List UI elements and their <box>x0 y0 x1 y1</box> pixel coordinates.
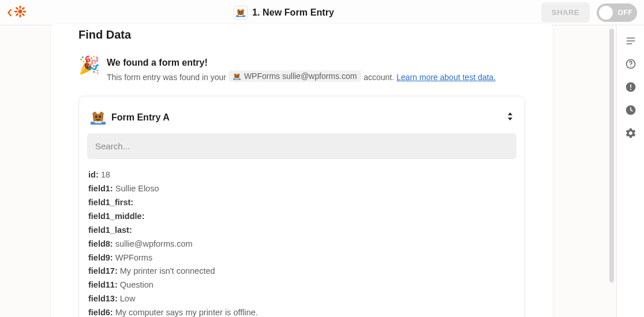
field-key: field1_last: <box>88 225 132 235</box>
right-rail <box>616 25 644 317</box>
field-value: Low <box>118 294 136 303</box>
found-subtext: This form entry was found in your WPForm… <box>107 70 496 82</box>
entry-card: Form Entry A id: 18field1: Sullie Elosof… <box>78 96 525 317</box>
field-key: field17: <box>88 266 118 276</box>
publish-toggle[interactable]: OFF <box>597 3 637 22</box>
field-key: id: <box>88 170 99 179</box>
field-value: 18 <box>99 170 110 179</box>
outline-icon[interactable] <box>624 35 637 47</box>
field-value: Sullie Eloso <box>113 184 159 193</box>
field-value: WPForms <box>113 253 152 262</box>
field-value: sullie@wpforms.com <box>113 239 193 248</box>
party-popper-icon: 🎉 <box>78 56 100 74</box>
field-row: field9: WPForms <box>88 251 515 265</box>
field-row: field17: My printer isn't connected <box>88 265 515 278</box>
found-prefix: This form entry was found in your <box>107 73 229 82</box>
zapier-logo-icon <box>14 5 27 20</box>
field-key: field11: <box>88 280 118 289</box>
step-title: 1. New Form Entry <box>27 6 541 20</box>
settings-icon[interactable] <box>624 127 637 139</box>
section-title: Find Data <box>78 24 525 41</box>
field-row: field6: My computer says my printer is o… <box>88 306 515 317</box>
field-row: field1: Sullie Eloso <box>88 182 515 196</box>
wpforms-app-icon <box>234 6 248 20</box>
chevron-left-icon <box>7 9 13 17</box>
search-input[interactable] <box>87 133 516 159</box>
found-suffix: account. <box>364 73 396 82</box>
svg-rect-18 <box>630 84 631 88</box>
wpforms-fox-icon <box>233 73 241 80</box>
share-button[interactable]: SHARE <box>541 2 590 22</box>
toggle-knob <box>599 6 613 20</box>
toggle-state: OFF <box>618 9 633 17</box>
field-value: My computer says my printer is offline. <box>113 308 258 317</box>
entry-title: Form Entry A <box>111 112 501 123</box>
alert-icon[interactable] <box>624 81 637 93</box>
field-key: field9: <box>88 253 113 262</box>
workspace: Find Data 🎉 We found a form entry! This … <box>0 25 644 317</box>
step-panel: Find Data 🎉 We found a form entry! This … <box>51 24 553 317</box>
field-row: field1_middle: <box>88 210 515 224</box>
field-key: field8: <box>88 239 113 248</box>
found-headline: We found a form entry! <box>107 58 496 68</box>
field-row: field8: sullie@wpforms.com <box>88 237 515 251</box>
field-key: field1_middle: <box>88 212 145 221</box>
field-value: My printer isn't connected <box>118 266 215 276</box>
back-button[interactable] <box>7 5 27 20</box>
field-key: field13: <box>88 294 118 303</box>
account-chip: WPForms sullie@wpforms.com <box>229 70 361 82</box>
wpforms-fox-icon <box>91 110 106 125</box>
scrollbar-thumb[interactable] <box>609 29 614 282</box>
field-row: id: 18 <box>88 168 515 182</box>
field-row: field1_last: <box>88 224 515 237</box>
step-title-text: 1. New Form Entry <box>252 7 334 18</box>
top-bar: 1. New Form Entry SHARE OFF <box>0 0 644 25</box>
learn-more-link[interactable]: Learn more about test data. <box>396 73 496 82</box>
field-key: field1: <box>88 184 113 193</box>
help-icon[interactable] <box>624 58 637 70</box>
account-label: WPForms sullie@wpforms.com <box>244 71 357 81</box>
field-row: field11: Question <box>88 278 515 292</box>
sort-icon <box>507 112 513 123</box>
field-row: field1_first: <box>88 196 515 210</box>
svg-point-19 <box>630 89 631 90</box>
entry-selector[interactable]: Form Entry A <box>87 104 516 133</box>
svg-point-16 <box>630 66 631 67</box>
history-icon[interactable] <box>624 104 637 116</box>
scrollbar[interactable] <box>609 29 614 314</box>
field-key: field6: <box>88 308 113 317</box>
found-banner: 🎉 We found a form entry! This form entry… <box>78 58 525 82</box>
field-list: id: 18field1: Sullie Elosofield1_first: … <box>87 168 516 317</box>
field-row: field13: Low <box>88 292 515 306</box>
field-value: Question <box>118 280 153 289</box>
canvas-area: Find Data 🎉 We found a form entry! This … <box>0 25 616 317</box>
field-key: field1_first: <box>88 198 133 207</box>
